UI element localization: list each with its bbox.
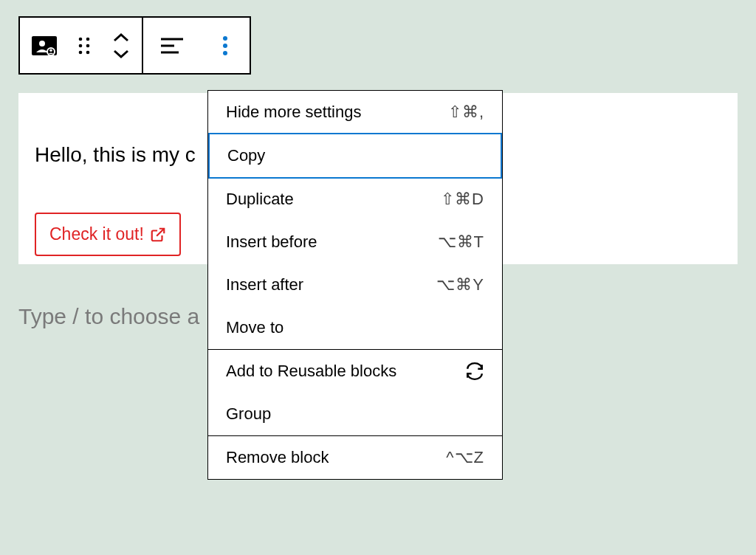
block-options-menu: Hide more settings ⇧⌘, Copy Duplicate ⇧⌘…: [207, 90, 503, 480]
svg-point-13: [223, 36, 227, 41]
svg-point-3: [49, 49, 52, 51]
menu-section: Add to Reusable blocks Group: [208, 350, 502, 436]
more-vertical-icon: [222, 35, 228, 56]
block-mover: [100, 18, 142, 73]
menu-item-copy[interactable]: Copy: [208, 133, 502, 179]
menu-item-label: Add to Reusable blocks: [226, 362, 396, 381]
svg-point-9: [86, 50, 90, 54]
menu-section: Hide more settings ⇧⌘, Copy Duplicate ⇧⌘…: [208, 91, 502, 350]
menu-item-insert-after[interactable]: Insert after ⌥⌘Y: [208, 263, 502, 306]
menu-item-label: Remove block: [226, 448, 329, 467]
menu-item-label: Duplicate: [226, 190, 294, 209]
svg-point-1: [39, 41, 45, 46]
reusable-icon: [465, 362, 484, 381]
svg-point-15: [223, 51, 227, 55]
svg-point-2: [47, 48, 55, 55]
drag-handle-icon: [78, 36, 91, 55]
menu-item-label: Hide more settings: [226, 103, 361, 122]
button-label: Check it out!: [49, 224, 144, 244]
menu-item-label: Copy: [227, 146, 265, 165]
external-link-icon: [150, 227, 166, 243]
menu-item-shortcut: ⌥⌘T: [438, 232, 484, 252]
toolbar-group-block: [20, 18, 142, 73]
block-toolbar: [18, 16, 251, 75]
svg-point-7: [86, 44, 90, 47]
block-appender-placeholder[interactable]: Type / to choose a: [18, 304, 199, 329]
svg-point-4: [79, 37, 83, 41]
svg-point-6: [79, 44, 83, 47]
align-button[interactable]: [143, 18, 201, 73]
menu-item-shortcut: ⇧⌘,: [448, 103, 484, 122]
menu-section: Remove block ^⌥Z: [208, 436, 502, 479]
svg-line-16: [157, 228, 164, 235]
more-options-button[interactable]: [201, 18, 250, 73]
align-left-icon: [161, 37, 183, 55]
menu-item-move-to[interactable]: Move to: [208, 306, 502, 349]
menu-item-label: Insert before: [226, 232, 317, 252]
svg-point-5: [86, 37, 90, 41]
svg-point-14: [223, 44, 227, 48]
menu-item-duplicate[interactable]: Duplicate ⇧⌘D: [208, 178, 502, 221]
check-it-out-button[interactable]: Check it out!: [35, 213, 181, 256]
menu-item-remove-block[interactable]: Remove block ^⌥Z: [208, 436, 502, 479]
menu-item-shortcut: ⇧⌘D: [441, 190, 484, 209]
svg-point-8: [79, 50, 83, 54]
menu-item-add-to-reusable-blocks[interactable]: Add to Reusable blocks: [208, 350, 502, 393]
toolbar-group-align: [142, 18, 250, 73]
menu-item-hide-more-settings[interactable]: Hide more settings ⇧⌘,: [208, 91, 502, 134]
menu-item-shortcut: ⌥⌘Y: [436, 275, 484, 294]
menu-item-label: Group: [226, 404, 271, 424]
menu-item-group[interactable]: Group: [208, 393, 502, 435]
menu-item-insert-before[interactable]: Insert before ⌥⌘T: [208, 221, 502, 263]
post-author-block-icon: [32, 36, 57, 55]
menu-item-shortcut: ^⌥Z: [446, 448, 484, 467]
menu-item-label: Move to: [226, 318, 284, 337]
chevron-up-icon[interactable]: [113, 33, 129, 42]
chevron-down-icon[interactable]: [113, 49, 129, 58]
menu-item-label: Insert after: [226, 275, 303, 294]
drag-handle-button[interactable]: [68, 18, 100, 73]
block-type-button[interactable]: [20, 18, 68, 73]
